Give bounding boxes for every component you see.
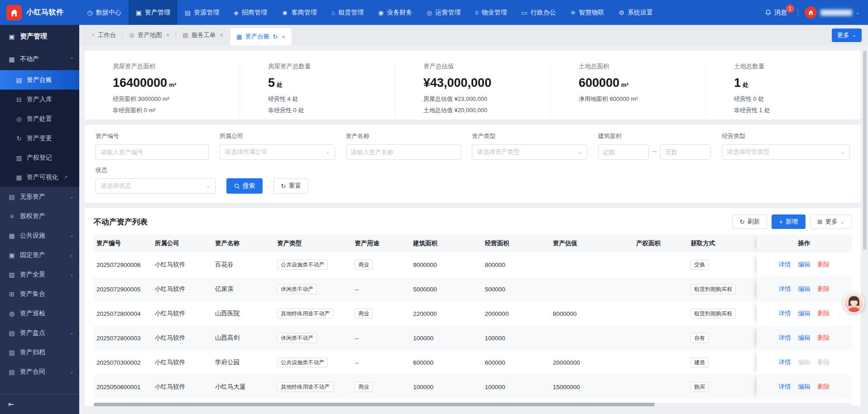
select-placeholder: 请选择经营类型 <box>727 148 770 156</box>
close-icon[interactable]: × <box>282 33 285 40</box>
cell-build-area: 9000000 <box>413 262 485 268</box>
nav-item-system-settings[interactable]: ⚙系统设置 <box>612 0 661 25</box>
tab-workbench[interactable]: ◔工作台 <box>85 25 122 45</box>
scrollbar-thumb[interactable] <box>94 403 655 406</box>
archive-icon: ▥ <box>8 349 15 356</box>
nav-item-iot[interactable]: ✳智慧物联 <box>563 0 612 25</box>
messages-button[interactable]: 消息 1 <box>765 9 791 17</box>
navbar-right: 消息 1 ⌄ <box>765 6 860 19</box>
edit-link[interactable]: 编辑 <box>798 309 810 318</box>
more-button[interactable]: ⊞更多⌄ <box>810 214 852 229</box>
nav-label: 物业管理 <box>482 9 507 17</box>
stat-sub: 经营性 0 处 <box>734 95 861 103</box>
search-filter-card: 资产编号 所属公司 请选择所属公司⌄ 资产名称 资产类型 <box>85 125 861 203</box>
tab-asset-map[interactable]: ◎资产地图× <box>123 25 176 45</box>
col-prop-area: 产权面积 <box>636 239 691 247</box>
sidebar-item-asset-collection[interactable]: ⊞资产集合 <box>0 284 79 304</box>
grid-icon: ⊞ <box>817 219 823 225</box>
sidebar-item-asset-disposal[interactable]: ◎资产处置 <box>0 109 79 128</box>
tabs-more-button[interactable]: 更多⌄ <box>832 29 862 42</box>
sidebar-item-public-facilities[interactable]: ▦公共设施⌄ <box>0 226 79 245</box>
sidebar-item-asset-visualization[interactable]: ▦资产可视化↗ <box>0 167 79 187</box>
company-select[interactable]: 请选择所属公司⌄ <box>220 144 335 160</box>
nav-item-finance[interactable]: ◉业务财务 <box>371 0 419 25</box>
delete-link[interactable]: 删除 <box>818 383 830 391</box>
search-button[interactable]: 搜索 <box>226 178 263 194</box>
area-to-input[interactable] <box>660 144 711 160</box>
delete-link[interactable]: 删除 <box>818 334 830 342</box>
scrollbar-thumb[interactable] <box>863 51 867 250</box>
asset-code-input[interactable] <box>96 144 209 160</box>
sidebar-item-intangible-assets[interactable]: ▤无形资产⌄ <box>0 187 79 206</box>
nav-item-admin-office[interactable]: ▭行政办公 <box>514 0 563 25</box>
tab-asset-ledger[interactable]: ▦资产台账↻× <box>230 28 292 45</box>
detail-link[interactable]: 详情 <box>779 261 791 269</box>
tab-service-order[interactable]: ▤服务工单× <box>176 25 230 45</box>
user-menu[interactable]: ⌄ <box>805 6 860 19</box>
more-label: 更多 <box>825 218 838 226</box>
edit-link[interactable]: 编辑 <box>798 261 810 269</box>
edit-link[interactable]: 编辑 <box>798 383 810 391</box>
usage-tag: 商业 <box>355 309 373 319</box>
cell-asset-code: 2025050600001 <box>94 384 155 390</box>
sidebar-item-property-registration[interactable]: ▥产权登记 <box>0 148 79 167</box>
nav-item-data-center[interactable]: ◷数据中心 <box>80 0 129 25</box>
field-label: 资产类型 <box>472 132 587 140</box>
nav-item-investment-mgmt[interactable]: ◈招商管理 <box>226 0 274 25</box>
sidebar-item-fixed-assets[interactable]: ▣固定资产⌄ <box>0 245 79 265</box>
status-select[interactable]: 请选择状态⌄ <box>96 178 216 194</box>
cell-acquire: 购买 <box>691 382 757 392</box>
detail-link[interactable]: 详情 <box>779 309 791 318</box>
sidebar-module-title: ▣ 资产管理 <box>0 25 79 48</box>
divider <box>798 9 798 16</box>
nav-item-resource-mgmt[interactable]: ▤资源管理 <box>177 0 226 25</box>
sidebar-item-asset-change[interactable]: ↻资产变更 <box>0 128 79 148</box>
edit-link[interactable]: 编辑 <box>798 285 810 293</box>
delete-link[interactable]: 删除 <box>818 285 830 293</box>
col-asset-name: 资产名称 <box>215 239 277 247</box>
asset-type-select[interactable]: 请选择资产类型⌄ <box>472 144 587 160</box>
nav-item-lease-mgmt[interactable]: ⌂租赁管理 <box>324 0 371 25</box>
col-op-area: 经营面积 <box>485 239 553 247</box>
user-avatar <box>805 6 817 19</box>
nav-item-merchant-mgmt[interactable]: ☻客商管理 <box>274 0 324 25</box>
sidebar-item-asset-contract[interactable]: ▤资产合同⌄ <box>0 362 79 381</box>
map-pin-icon: ◎ <box>129 32 134 38</box>
detail-link[interactable]: 详情 <box>779 285 791 293</box>
collapse-sidebar-icon[interactable]: ⇤ <box>8 400 14 409</box>
delete-link[interactable]: 删除 <box>818 309 830 318</box>
asset-name-input[interactable] <box>346 144 461 160</box>
sidebar-item-asset-inventory[interactable]: ▤资产盘点⌄ <box>0 323 79 343</box>
delete-link[interactable]: 删除 <box>818 261 830 269</box>
add-button[interactable]: +新增 <box>772 214 806 229</box>
refresh-button[interactable]: ↻刷新 <box>732 214 767 229</box>
sidebar-item-asset-archive[interactable]: ▥资产归档 <box>0 343 79 362</box>
sidebar-item-asset-ledger[interactable]: ▤资产台账 <box>0 70 79 90</box>
table-row: 2025050600001 小红马软件 小红马大厦 其他特殊用途不动产 商业 1… <box>94 375 852 399</box>
reset-button[interactable]: ↻ 重置 <box>273 178 308 194</box>
diamond-icon: ◈ <box>234 9 239 16</box>
sidebar-item-asset-inbound[interactable]: ⊟资产入库 <box>0 90 79 109</box>
logo[interactable]: 小红马软件 <box>6 5 64 20</box>
sidebar-item-asset-inspection[interactable]: ◍资产巡检 <box>0 304 79 323</box>
refresh-icon[interactable]: ↻ <box>273 33 278 40</box>
nav-item-property-mgmt[interactable]: ◊物业管理 <box>468 0 514 25</box>
edit-link[interactable]: 编辑 <box>798 334 810 342</box>
nav-item-operation-mgmt[interactable]: ◎运营管理 <box>419 0 468 25</box>
close-icon[interactable]: × <box>220 32 224 38</box>
close-icon[interactable]: × <box>166 32 170 38</box>
detail-link[interactable]: 详情 <box>779 383 791 391</box>
edit-link-disabled: 编辑 <box>798 358 810 366</box>
sidebar-item-asset-panorama[interactable]: ▧资产全景⌄ <box>0 265 79 284</box>
search-icon <box>234 183 240 189</box>
area-from-input[interactable] <box>598 144 649 160</box>
detail-link[interactable]: 详情 <box>779 334 791 342</box>
tab-label: 工作台 <box>98 31 116 39</box>
operation-type-select[interactable]: 请选择经营类型⌄ <box>722 144 850 160</box>
nav-item-asset-mgmt[interactable]: ▣资产管理 <box>129 0 177 25</box>
detail-link[interactable]: 详情 <box>779 358 791 366</box>
sidebar-group-real-estate[interactable]: ▦ 不动产 ⌃ <box>0 48 79 70</box>
chevron-down-icon: ⌄ <box>70 233 74 238</box>
customer-service-avatar[interactable] <box>844 292 864 313</box>
sidebar-item-equity-assets[interactable]: ≡股权资产 <box>0 206 79 226</box>
